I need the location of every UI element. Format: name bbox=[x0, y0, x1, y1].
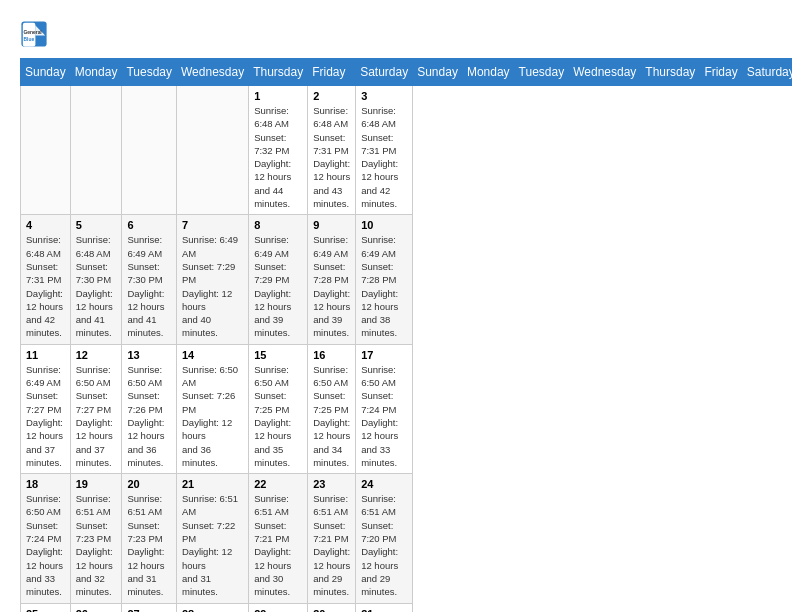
weekday-header-row: SundayMondayTuesdayWednesdayThursdayFrid… bbox=[21, 59, 793, 86]
svg-text:General: General bbox=[24, 30, 43, 35]
day-number: 2 bbox=[313, 90, 350, 102]
calendar-cell: 27Sunrise: 6:51 AM Sunset: 7:18 PM Dayli… bbox=[122, 603, 177, 612]
calendar-week-row: 25Sunrise: 6:51 AM Sunset: 7:20 PM Dayli… bbox=[21, 603, 793, 612]
weekday-header: Tuesday bbox=[122, 59, 177, 86]
weekday-header: Friday bbox=[700, 59, 742, 86]
day-info: Sunrise: 6:51 AM Sunset: 7:22 PM Dayligh… bbox=[182, 492, 243, 598]
day-number: 31 bbox=[361, 608, 407, 613]
day-number: 24 bbox=[361, 478, 407, 490]
calendar-cell: 24Sunrise: 6:51 AM Sunset: 7:20 PM Dayli… bbox=[356, 474, 413, 603]
day-number: 4 bbox=[26, 219, 65, 231]
weekday-header: Friday bbox=[308, 59, 356, 86]
day-number: 15 bbox=[254, 349, 302, 361]
day-info: Sunrise: 6:51 AM Sunset: 7:21 PM Dayligh… bbox=[313, 492, 350, 598]
day-number: 8 bbox=[254, 219, 302, 231]
day-number: 19 bbox=[76, 478, 117, 490]
day-info: Sunrise: 6:51 AM Sunset: 7:20 PM Dayligh… bbox=[361, 492, 407, 598]
calendar-cell: 3Sunrise: 6:48 AM Sunset: 7:31 PM Daylig… bbox=[356, 86, 413, 215]
calendar-cell: 12Sunrise: 6:50 AM Sunset: 7:27 PM Dayli… bbox=[70, 344, 122, 473]
calendar-cell: 5Sunrise: 6:48 AM Sunset: 7:30 PM Daylig… bbox=[70, 215, 122, 344]
calendar-cell bbox=[21, 86, 71, 215]
day-info: Sunrise: 6:48 AM Sunset: 7:31 PM Dayligh… bbox=[361, 104, 407, 210]
day-number: 22 bbox=[254, 478, 302, 490]
day-info: Sunrise: 6:48 AM Sunset: 7:32 PM Dayligh… bbox=[254, 104, 302, 210]
day-number: 17 bbox=[361, 349, 407, 361]
calendar-cell: 9Sunrise: 6:49 AM Sunset: 7:28 PM Daylig… bbox=[308, 215, 356, 344]
calendar-cell bbox=[122, 86, 177, 215]
svg-text:Blue: Blue bbox=[24, 37, 35, 42]
calendar-cell: 15Sunrise: 6:50 AM Sunset: 7:25 PM Dayli… bbox=[249, 344, 308, 473]
day-number: 16 bbox=[313, 349, 350, 361]
day-number: 23 bbox=[313, 478, 350, 490]
day-number: 11 bbox=[26, 349, 65, 361]
day-number: 30 bbox=[313, 608, 350, 613]
day-info: Sunrise: 6:50 AM Sunset: 7:25 PM Dayligh… bbox=[313, 363, 350, 469]
calendar-cell: 21Sunrise: 6:51 AM Sunset: 7:22 PM Dayli… bbox=[177, 474, 249, 603]
calendar-cell: 13Sunrise: 6:50 AM Sunset: 7:26 PM Dayli… bbox=[122, 344, 177, 473]
day-info: Sunrise: 6:49 AM Sunset: 7:28 PM Dayligh… bbox=[313, 233, 350, 339]
calendar-cell: 7Sunrise: 6:49 AM Sunset: 7:29 PM Daylig… bbox=[177, 215, 249, 344]
day-number: 13 bbox=[127, 349, 171, 361]
day-number: 5 bbox=[76, 219, 117, 231]
calendar-cell: 25Sunrise: 6:51 AM Sunset: 7:20 PM Dayli… bbox=[21, 603, 71, 612]
day-number: 27 bbox=[127, 608, 171, 613]
calendar-cell: 11Sunrise: 6:49 AM Sunset: 7:27 PM Dayli… bbox=[21, 344, 71, 473]
weekday-header: Tuesday bbox=[514, 59, 569, 86]
day-info: Sunrise: 6:50 AM Sunset: 7:25 PM Dayligh… bbox=[254, 363, 302, 469]
calendar-table: SundayMondayTuesdayWednesdayThursdayFrid… bbox=[20, 58, 792, 612]
day-info: Sunrise: 6:51 AM Sunset: 7:23 PM Dayligh… bbox=[76, 492, 117, 598]
weekday-header: Saturday bbox=[356, 59, 413, 86]
weekday-header: Monday bbox=[70, 59, 122, 86]
weekday-header: Sunday bbox=[413, 59, 463, 86]
weekday-header: Sunday bbox=[21, 59, 71, 86]
calendar-cell: 26Sunrise: 6:51 AM Sunset: 7:19 PM Dayli… bbox=[70, 603, 122, 612]
weekday-header: Wednesday bbox=[177, 59, 249, 86]
calendar-cell: 6Sunrise: 6:49 AM Sunset: 7:30 PM Daylig… bbox=[122, 215, 177, 344]
day-info: Sunrise: 6:50 AM Sunset: 7:27 PM Dayligh… bbox=[76, 363, 117, 469]
day-number: 1 bbox=[254, 90, 302, 102]
calendar-cell: 18Sunrise: 6:50 AM Sunset: 7:24 PM Dayli… bbox=[21, 474, 71, 603]
calendar-cell: 28Sunrise: 6:51 AM Sunset: 7:18 PM Dayli… bbox=[177, 603, 249, 612]
day-info: Sunrise: 6:49 AM Sunset: 7:28 PM Dayligh… bbox=[361, 233, 407, 339]
calendar-cell: 4Sunrise: 6:48 AM Sunset: 7:31 PM Daylig… bbox=[21, 215, 71, 344]
day-number: 6 bbox=[127, 219, 171, 231]
day-info: Sunrise: 6:50 AM Sunset: 7:26 PM Dayligh… bbox=[182, 363, 243, 469]
logo-icon: General Blue bbox=[20, 20, 48, 48]
day-number: 7 bbox=[182, 219, 243, 231]
day-number: 18 bbox=[26, 478, 65, 490]
day-info: Sunrise: 6:49 AM Sunset: 7:29 PM Dayligh… bbox=[182, 233, 243, 339]
day-number: 12 bbox=[76, 349, 117, 361]
logo: General Blue bbox=[20, 20, 48, 48]
calendar-cell: 20Sunrise: 6:51 AM Sunset: 7:23 PM Dayli… bbox=[122, 474, 177, 603]
weekday-header: Wednesday bbox=[569, 59, 641, 86]
day-number: 20 bbox=[127, 478, 171, 490]
calendar-cell: 14Sunrise: 6:50 AM Sunset: 7:26 PM Dayli… bbox=[177, 344, 249, 473]
day-info: Sunrise: 6:50 AM Sunset: 7:24 PM Dayligh… bbox=[361, 363, 407, 469]
day-info: Sunrise: 6:49 AM Sunset: 7:30 PM Dayligh… bbox=[127, 233, 171, 339]
day-info: Sunrise: 6:48 AM Sunset: 7:30 PM Dayligh… bbox=[76, 233, 117, 339]
calendar-cell: 2Sunrise: 6:48 AM Sunset: 7:31 PM Daylig… bbox=[308, 86, 356, 215]
weekday-header: Thursday bbox=[641, 59, 700, 86]
day-number: 29 bbox=[254, 608, 302, 613]
day-number: 26 bbox=[76, 608, 117, 613]
calendar-week-row: 18Sunrise: 6:50 AM Sunset: 7:24 PM Dayli… bbox=[21, 474, 793, 603]
calendar-cell: 23Sunrise: 6:51 AM Sunset: 7:21 PM Dayli… bbox=[308, 474, 356, 603]
calendar-cell: 29Sunrise: 6:51 AM Sunset: 7:17 PM Dayli… bbox=[249, 603, 308, 612]
calendar-cell: 19Sunrise: 6:51 AM Sunset: 7:23 PM Dayli… bbox=[70, 474, 122, 603]
day-info: Sunrise: 6:51 AM Sunset: 7:21 PM Dayligh… bbox=[254, 492, 302, 598]
day-info: Sunrise: 6:51 AM Sunset: 7:23 PM Dayligh… bbox=[127, 492, 171, 598]
calendar-cell: 30Sunrise: 6:52 AM Sunset: 7:16 PM Dayli… bbox=[308, 603, 356, 612]
calendar-cell: 31Sunrise: 6:52 AM Sunset: 7:16 PM Dayli… bbox=[356, 603, 413, 612]
page-header: General Blue bbox=[20, 20, 772, 48]
day-number: 28 bbox=[182, 608, 243, 613]
calendar-week-row: 1Sunrise: 6:48 AM Sunset: 7:32 PM Daylig… bbox=[21, 86, 793, 215]
day-number: 21 bbox=[182, 478, 243, 490]
day-number: 25 bbox=[26, 608, 65, 613]
day-number: 10 bbox=[361, 219, 407, 231]
calendar-cell: 1Sunrise: 6:48 AM Sunset: 7:32 PM Daylig… bbox=[249, 86, 308, 215]
day-info: Sunrise: 6:49 AM Sunset: 7:27 PM Dayligh… bbox=[26, 363, 65, 469]
weekday-header: Saturday bbox=[742, 59, 792, 86]
day-number: 3 bbox=[361, 90, 407, 102]
calendar-cell bbox=[177, 86, 249, 215]
weekday-header: Monday bbox=[462, 59, 514, 86]
